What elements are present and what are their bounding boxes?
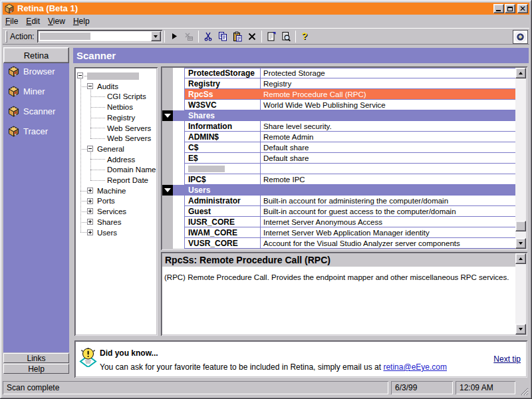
table-row[interactable]: VUSR_COREAccount for the Visual Studio A… <box>162 238 515 249</box>
cut-button[interactable] <box>201 30 215 43</box>
sidebar-item-scanner[interactable]: Scanner <box>3 101 69 121</box>
menu-edit[interactable]: Edit <box>23 15 45 28</box>
results-scrollbar[interactable] <box>515 68 526 249</box>
collapse-icon[interactable] <box>77 72 83 78</box>
table-row[interactable]: RpcSsRemote Procedure Call (RPC) <box>162 89 515 100</box>
paste-button[interactable] <box>230 30 245 43</box>
close-button[interactable]: ✕ <box>517 4 528 13</box>
expand-icon[interactable] <box>87 198 93 204</box>
stop-scan-button[interactable] <box>182 30 196 43</box>
detail-scrollbar[interactable] <box>515 253 526 334</box>
table-row[interactable]: IWAM_COREInternet Server Web Application… <box>162 227 515 238</box>
tree-item-audits[interactable]: Audits <box>76 81 118 92</box>
tree-item-root[interactable] <box>76 70 139 81</box>
scroll-down-button[interactable] <box>515 324 526 334</box>
maximize-button[interactable] <box>505 4 515 13</box>
sidebar-item-tracer[interactable]: Tracer <box>3 121 69 141</box>
table-row[interactable]: ADMIN$Remote Admin <box>162 132 515 142</box>
detail-description: (RPC) Remote Procedure Call. Provides th… <box>164 273 513 282</box>
tree-item-users[interactable]: Users <box>76 227 117 238</box>
sidebar-item-browser[interactable]: Browser <box>3 63 69 81</box>
table-row[interactable]: ProtectedStorageProtected Storage <box>162 68 515 78</box>
combobox-dropdown-button[interactable] <box>151 31 161 41</box>
table-row[interactable]: C$Default share <box>162 142 515 153</box>
row-main: ProtectedStorageProtected Storage <box>184 68 515 78</box>
scroll-down-button[interactable] <box>515 238 526 249</box>
eeye-eye-icon <box>513 31 527 43</box>
tree-item-netbios[interactable]: Netbios <box>76 102 133 112</box>
tree-item-services[interactable]: Services <box>76 206 126 217</box>
table-row[interactable]: E$Default share <box>162 153 515 164</box>
table-row[interactable]: InformationShare level security. <box>162 121 515 132</box>
menu-file[interactable]: File <box>3 15 23 28</box>
links-button[interactable]: Links <box>3 353 69 363</box>
menu-view[interactable]: View <box>45 15 70 28</box>
cell-description: Remote Admin <box>261 132 515 142</box>
toolbar-separator <box>198 31 199 43</box>
collapse-section-button[interactable] <box>162 185 173 196</box>
tree-item-web-servers[interactable]: Web Servers <box>76 133 151 144</box>
sidebar-item-miner[interactable]: Miner <box>3 81 69 101</box>
properties-button[interactable] <box>264 30 279 43</box>
scroll-up-button[interactable] <box>515 253 526 264</box>
table-row[interactable]: GuestBuilt-in account for guest access t… <box>162 206 515 217</box>
triangle-down-icon <box>164 188 171 192</box>
row-spacer <box>173 238 184 249</box>
expand-icon[interactable] <box>87 229 93 235</box>
next-tip-link[interactable]: Next tip <box>493 354 521 364</box>
collapse-icon[interactable] <box>87 146 93 152</box>
tree-item-label: Services <box>97 207 126 215</box>
tree-item-domain-name[interactable]: Domain Name <box>76 164 156 175</box>
eeye-button[interactable] <box>513 30 528 44</box>
tree-item-ports[interactable]: Ports <box>76 196 115 206</box>
table-row[interactable]: IPC$Remote IPC <box>162 174 515 185</box>
tree-item-report-date[interactable]: Report Date <box>76 175 148 186</box>
row-spacer <box>173 89 184 100</box>
table-row[interactable]: RegistryRegistry <box>162 78 515 89</box>
table-row[interactable]: W3SVCWorld Wide Web Publishing Service <box>162 100 515 110</box>
menu-help[interactable]: Help <box>70 15 95 28</box>
svg-text:?: ? <box>301 31 307 41</box>
expand-icon[interactable] <box>87 219 93 225</box>
toolbar-grip[interactable] <box>5 31 7 43</box>
tree-item-shares[interactable]: Shares <box>76 217 121 227</box>
table-row[interactable]: AdministratorBuilt-in account for admini… <box>162 196 515 206</box>
tree-item-web-servers[interactable]: Web Servers <box>76 123 151 134</box>
minimize-button[interactable] <box>493 4 504 13</box>
expand-icon[interactable] <box>87 188 93 194</box>
expand-icon[interactable] <box>87 208 93 214</box>
title-bar: Retina (Beta 1) ✕ <box>3 3 529 15</box>
sidebar-header[interactable]: Retina <box>3 47 69 63</box>
section-row-users[interactable]: Users <box>162 185 515 196</box>
row-spacer <box>173 78 184 89</box>
help-button[interactable]: Help <box>3 364 69 374</box>
action-combobox[interactable] <box>37 30 162 43</box>
status-bar: Scan complete 6/3/99 12:09 AM <box>3 379 529 396</box>
tree-item-machine[interactable]: Machine <box>76 186 126 196</box>
tree-item-cgi-scripts[interactable]: CGI Scripts <box>76 91 146 102</box>
tip-panel: Did you know... You can ask for your fav… <box>74 340 527 378</box>
row-spacer <box>173 132 184 142</box>
scrollbar-thumb[interactable] <box>515 221 526 231</box>
help-icon: ?? <box>300 31 311 42</box>
tree-item-registry[interactable]: Registry <box>76 112 135 123</box>
tree-item-general[interactable]: General <box>76 144 124 154</box>
email-link[interactable]: retina@eEye.com <box>383 362 447 372</box>
window-title: Retina (Beta 1) <box>17 3 493 15</box>
delete-button[interactable] <box>245 30 259 43</box>
collapse-section-button[interactable] <box>162 110 173 121</box>
table-row[interactable]: IUSR_COREInternet Server Anonymous Acces… <box>162 217 515 227</box>
collapse-icon[interactable] <box>87 83 93 89</box>
section-row-shares[interactable]: Shares <box>162 110 515 121</box>
row-gutter <box>162 100 173 110</box>
help-button[interactable]: ?? <box>298 30 313 43</box>
print-preview-button[interactable] <box>279 30 293 43</box>
table-row[interactable] <box>162 164 515 174</box>
resize-grip[interactable] <box>520 387 529 396</box>
paste-icon <box>232 31 243 42</box>
scroll-up-button[interactable] <box>515 68 526 78</box>
tree-item-address[interactable]: Address <box>76 154 135 165</box>
start-scan-button[interactable] <box>167 30 182 43</box>
copy-button[interactable] <box>215 30 230 43</box>
copy-icon <box>217 31 228 42</box>
